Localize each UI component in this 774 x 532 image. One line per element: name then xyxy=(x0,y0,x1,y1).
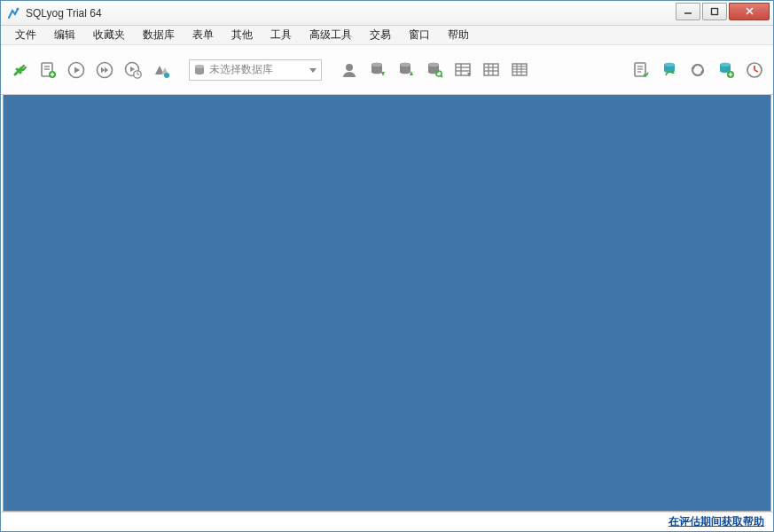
menu-favorites[interactable]: 收藏夹 xyxy=(84,26,134,44)
plug-icon xyxy=(10,60,29,80)
svg-point-26 xyxy=(195,65,204,68)
table-button-1[interactable] xyxy=(451,59,474,82)
format-button[interactable] xyxy=(150,59,173,82)
svg-point-60 xyxy=(664,62,675,66)
connect-button[interactable] xyxy=(8,59,31,82)
close-button[interactable] xyxy=(729,3,770,20)
table-button-3[interactable] xyxy=(508,59,531,82)
svg-marker-27 xyxy=(309,68,317,73)
user-button[interactable] xyxy=(338,59,361,82)
app-icon xyxy=(6,6,20,20)
svg-point-0 xyxy=(17,7,20,10)
fast-forward-circle-icon xyxy=(95,60,114,80)
titlebar: SQLyog Trial 64 xyxy=(1,1,773,26)
sync-db-button[interactable] xyxy=(658,59,681,82)
database-down-icon xyxy=(368,60,387,80)
menu-help[interactable]: 帮助 xyxy=(439,26,478,44)
database-selector-label: 未选择数据库 xyxy=(209,62,305,77)
db-add-button[interactable] xyxy=(715,59,738,82)
database-up-icon xyxy=(396,60,416,80)
db-up-button[interactable] xyxy=(395,59,418,82)
trial-help-link[interactable]: 在评估期间获取帮助 xyxy=(668,514,764,529)
schedule-execute-button[interactable] xyxy=(121,59,145,82)
document-check-icon xyxy=(631,60,651,80)
table-grid-icon xyxy=(481,60,501,80)
table-compact-icon xyxy=(510,60,529,80)
svg-point-30 xyxy=(371,62,382,66)
db-search-button[interactable] xyxy=(423,59,446,82)
menu-window[interactable]: 窗口 xyxy=(400,26,439,44)
svg-marker-18 xyxy=(130,66,135,72)
content-area xyxy=(3,95,771,512)
menubar: 文件 编辑 收藏夹 数据库 表单 其他 工具 高级工具 交易 窗口 帮助 xyxy=(1,26,773,45)
svg-marker-16 xyxy=(105,66,108,72)
svg-marker-15 xyxy=(101,66,105,72)
svg-point-33 xyxy=(400,62,410,66)
user-icon xyxy=(340,60,359,80)
svg-marker-31 xyxy=(381,72,385,76)
window-title: SQLyog Trial 64 xyxy=(26,7,102,20)
menu-tools[interactable]: 工具 xyxy=(262,26,301,44)
chevron-down-icon xyxy=(309,66,317,74)
clock-icon xyxy=(745,60,764,80)
menu-edit[interactable]: 编辑 xyxy=(45,26,84,44)
menu-database[interactable]: 数据库 xyxy=(134,26,184,44)
database-add-icon xyxy=(716,60,736,80)
statusbar: 在评估期间获取帮助 xyxy=(1,512,773,531)
svg-rect-2 xyxy=(712,8,718,14)
svg-point-24 xyxy=(164,73,169,78)
svg-rect-44 xyxy=(484,64,498,75)
execute-all-button[interactable] xyxy=(93,59,116,82)
table-icon xyxy=(453,60,473,80)
svg-point-65 xyxy=(720,62,731,66)
execute-button[interactable] xyxy=(65,59,88,82)
table-button-2[interactable] xyxy=(480,59,503,82)
menu-file[interactable]: 文件 xyxy=(6,26,45,44)
maximize-button[interactable] xyxy=(702,3,727,20)
new-query-button[interactable] xyxy=(36,59,59,82)
minimize-button[interactable] xyxy=(676,3,700,20)
menu-form[interactable]: 表单 xyxy=(184,26,223,44)
play-circle-icon xyxy=(66,60,86,80)
document-plus-icon xyxy=(38,60,58,80)
svg-point-28 xyxy=(346,64,353,71)
database-selector[interactable]: 未选择数据库 xyxy=(189,59,322,81)
menu-other[interactable]: 其他 xyxy=(223,26,262,44)
script-button[interactable] xyxy=(629,59,653,82)
refresh-button[interactable] xyxy=(686,59,709,82)
db-down-button[interactable] xyxy=(366,59,389,82)
refresh-icon xyxy=(688,60,708,80)
menu-transaction[interactable]: 交易 xyxy=(361,26,400,44)
svg-marker-13 xyxy=(74,66,80,73)
history-button[interactable] xyxy=(743,59,766,82)
svg-line-71 xyxy=(754,70,758,72)
svg-point-36 xyxy=(428,62,439,66)
database-icon xyxy=(193,64,206,76)
format-triangles-icon xyxy=(152,60,171,80)
app-window: SQLyog Trial 64 文件 编辑 收藏夹 数据库 表单 其他 工具 高… xyxy=(0,0,774,532)
svg-line-38 xyxy=(441,75,442,77)
window-controls xyxy=(676,3,770,20)
play-clock-icon xyxy=(123,60,143,80)
database-search-icon xyxy=(425,60,444,80)
menu-advanced-tools[interactable]: 高级工具 xyxy=(301,26,361,44)
database-sync-icon xyxy=(660,60,679,80)
toolbar: 未选择数据库 xyxy=(1,45,773,95)
